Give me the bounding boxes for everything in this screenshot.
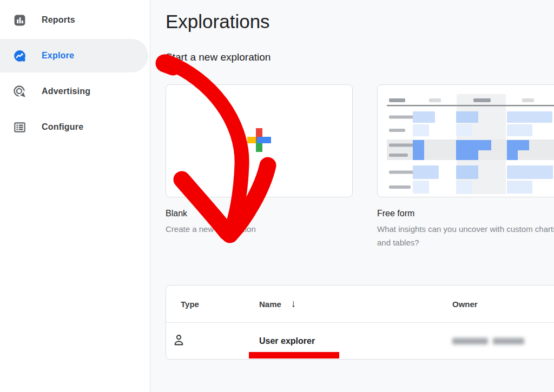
- column-header-owner: Owner: [452, 300, 554, 309]
- sidebar-item-label: Configure: [42, 122, 83, 132]
- sort-descending-icon[interactable]: ↓: [291, 298, 296, 310]
- sidebar-item-explore[interactable]: Explore: [0, 39, 148, 72]
- sidebar-item-label: Reports: [42, 15, 75, 25]
- explorations-table: Type Name ↓ Owner User explorer: [166, 285, 554, 360]
- person-icon: [172, 333, 186, 350]
- table-row[interactable]: User explorer: [166, 323, 554, 359]
- blank-card-description: Create a new exploration: [166, 222, 346, 236]
- free-form-card-description: What insights can you uncover with custo…: [377, 222, 554, 249]
- table-header-row: Type Name ↓ Owner: [166, 285, 554, 323]
- page-title: Explorations: [166, 11, 270, 32]
- column-header-type: Type: [166, 300, 259, 309]
- blank-card-title: Blank: [166, 209, 353, 218]
- sidebar-item-advertising[interactable]: Advertising: [0, 75, 148, 108]
- free-form-exploration-card[interactable]: [377, 84, 554, 197]
- sidebar-item-configure[interactable]: Configure: [0, 110, 148, 144]
- main-content: Explorations Start a new exploration Bla…: [150, 0, 554, 392]
- free-form-card-title: Free form: [377, 209, 554, 218]
- google-plus-icon: [247, 128, 271, 154]
- section-heading: Start a new exploration: [166, 51, 271, 63]
- free-form-card-group: Free form What insights can you uncover …: [377, 84, 554, 249]
- configure-icon: [13, 121, 27, 134]
- reports-icon: [13, 14, 27, 27]
- owner-name-redacted: [452, 338, 554, 344]
- blank-exploration-card[interactable]: [166, 84, 353, 197]
- sidebar: Reports Explore Advertising: [0, 0, 150, 392]
- sidebar-item-reports[interactable]: Reports: [0, 3, 148, 37]
- blank-card-group: Blank Create a new exploration: [166, 84, 353, 236]
- explore-icon: [13, 49, 27, 63]
- sidebar-item-label: Advertising: [42, 87, 90, 96]
- column-header-name[interactable]: Name ↓: [259, 298, 452, 310]
- advertising-icon: [13, 85, 27, 98]
- free-form-thumbnail: [378, 85, 554, 197]
- sidebar-item-label: Explore: [42, 51, 74, 61]
- exploration-name[interactable]: User explorer: [259, 336, 315, 346]
